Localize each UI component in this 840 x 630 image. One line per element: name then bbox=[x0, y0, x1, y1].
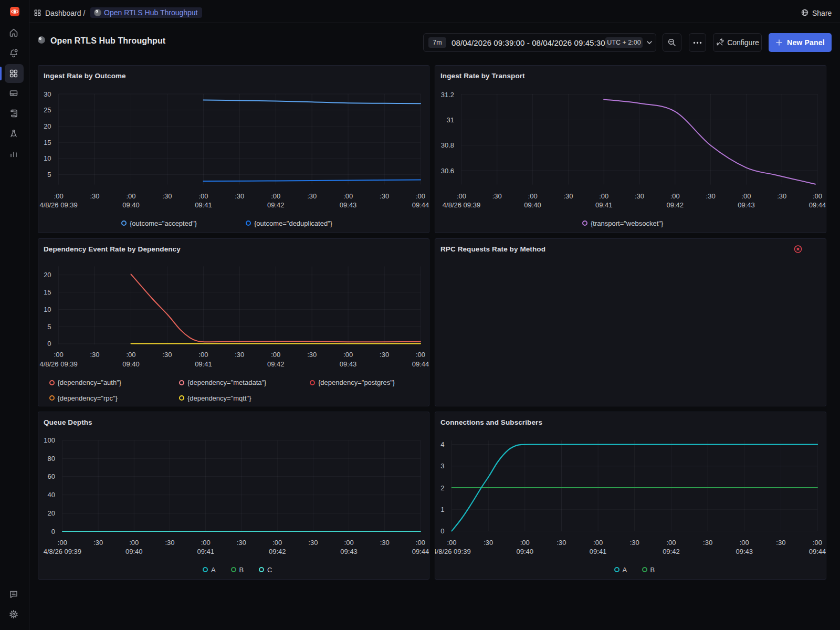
svg-text::00: :00 bbox=[740, 539, 749, 547]
svg-text:30: 30 bbox=[44, 90, 51, 98]
svg-text:09:43: 09:43 bbox=[736, 548, 753, 555]
svg-text:4: 4 bbox=[440, 440, 444, 448]
svg-text::30: :30 bbox=[162, 192, 172, 200]
svg-text::30: :30 bbox=[380, 539, 390, 547]
svg-text::30: :30 bbox=[380, 351, 389, 359]
svg-text:09:41: 09:41 bbox=[195, 360, 212, 368]
svg-text::00: :00 bbox=[54, 351, 64, 359]
svg-text::00: :00 bbox=[528, 192, 538, 200]
svg-text:80: 80 bbox=[47, 455, 55, 463]
svg-text::30: :30 bbox=[556, 539, 566, 547]
svg-text:3: 3 bbox=[440, 462, 444, 470]
svg-text:09:43: 09:43 bbox=[340, 548, 358, 555]
svg-text:30.8: 30.8 bbox=[441, 141, 454, 149]
svg-text::30: :30 bbox=[307, 192, 317, 200]
svg-text::30: :30 bbox=[308, 539, 318, 547]
svg-text::00: :00 bbox=[593, 539, 603, 547]
svg-text::00: :00 bbox=[58, 539, 67, 547]
svg-text::30: :30 bbox=[165, 539, 174, 547]
svg-text:0: 0 bbox=[47, 340, 51, 348]
svg-text:09:40: 09:40 bbox=[524, 201, 541, 209]
svg-text:4/8/26 09:39: 4/8/26 09:39 bbox=[443, 201, 480, 209]
svg-text::00: :00 bbox=[813, 539, 822, 547]
svg-text:0: 0 bbox=[440, 527, 444, 535]
svg-text::30: :30 bbox=[706, 192, 716, 200]
svg-text:09:41: 09:41 bbox=[590, 548, 607, 555]
svg-text::00: :00 bbox=[271, 351, 280, 359]
svg-text:20: 20 bbox=[44, 271, 51, 279]
svg-text:09:40: 09:40 bbox=[517, 548, 534, 555]
svg-text::00: :00 bbox=[741, 192, 751, 200]
svg-text:0: 0 bbox=[51, 528, 55, 536]
svg-text::30: :30 bbox=[90, 351, 99, 359]
svg-text:09:43: 09:43 bbox=[340, 360, 357, 368]
svg-text:25: 25 bbox=[44, 106, 51, 114]
svg-text:09:44: 09:44 bbox=[412, 548, 429, 555]
svg-text::30: :30 bbox=[93, 539, 103, 547]
svg-text:4/8/26 09:39: 4/8/26 09:39 bbox=[39, 201, 77, 209]
svg-text:09:42: 09:42 bbox=[269, 548, 286, 555]
svg-text:15: 15 bbox=[44, 139, 51, 146]
svg-text::00: :00 bbox=[457, 192, 466, 200]
svg-text::30: :30 bbox=[237, 539, 246, 547]
svg-text:09:41: 09:41 bbox=[195, 201, 212, 209]
svg-text:09:41: 09:41 bbox=[595, 201, 613, 209]
svg-text::30: :30 bbox=[380, 192, 389, 200]
svg-text::00: :00 bbox=[272, 539, 282, 547]
svg-text::00: :00 bbox=[271, 192, 280, 200]
svg-text::30: :30 bbox=[235, 351, 244, 359]
svg-text:40: 40 bbox=[47, 491, 55, 499]
svg-text:15: 15 bbox=[44, 288, 51, 296]
svg-text:09:44: 09:44 bbox=[412, 201, 429, 209]
svg-text::00: :00 bbox=[520, 539, 530, 547]
svg-text:100: 100 bbox=[44, 436, 55, 444]
svg-text:09:44: 09:44 bbox=[809, 201, 826, 209]
svg-text::30: :30 bbox=[635, 192, 644, 200]
svg-text::30: :30 bbox=[484, 539, 493, 547]
svg-text:09:42: 09:42 bbox=[667, 201, 684, 209]
svg-text:09:44: 09:44 bbox=[412, 360, 429, 368]
svg-text::00: :00 bbox=[198, 192, 208, 200]
svg-text:60: 60 bbox=[47, 472, 55, 480]
svg-text::30: :30 bbox=[776, 539, 785, 547]
svg-text:30.6: 30.6 bbox=[441, 167, 454, 175]
svg-text:09:40: 09:40 bbox=[122, 201, 140, 209]
svg-text::30: :30 bbox=[90, 192, 99, 200]
svg-text:09:42: 09:42 bbox=[267, 201, 285, 209]
svg-text::00: :00 bbox=[599, 192, 608, 200]
svg-text:1: 1 bbox=[440, 506, 444, 513]
svg-text::00: :00 bbox=[198, 351, 208, 359]
svg-text::00: :00 bbox=[201, 539, 211, 547]
svg-text::30: :30 bbox=[162, 351, 172, 359]
svg-text::00: :00 bbox=[670, 192, 680, 200]
svg-text:5: 5 bbox=[47, 171, 51, 178]
svg-text:10: 10 bbox=[44, 306, 51, 313]
svg-text:4/8/26 09:39: 4/8/26 09:39 bbox=[44, 548, 81, 555]
svg-text::30: :30 bbox=[563, 192, 573, 200]
svg-text::00: :00 bbox=[447, 539, 456, 547]
svg-text::30: :30 bbox=[307, 351, 317, 359]
svg-text:10: 10 bbox=[44, 154, 51, 162]
svg-text::30: :30 bbox=[777, 192, 786, 200]
svg-text::00: :00 bbox=[343, 351, 353, 359]
svg-text:31: 31 bbox=[447, 116, 454, 124]
svg-text:09:42: 09:42 bbox=[663, 548, 680, 555]
svg-text::30: :30 bbox=[492, 192, 502, 200]
svg-text::00: :00 bbox=[126, 351, 135, 359]
svg-text::00: :00 bbox=[666, 539, 676, 547]
svg-text:09:40: 09:40 bbox=[122, 360, 140, 368]
svg-text:09:40: 09:40 bbox=[125, 548, 143, 555]
svg-text:09:43: 09:43 bbox=[340, 201, 357, 209]
svg-text:09:44: 09:44 bbox=[809, 548, 826, 555]
svg-text::00: :00 bbox=[416, 192, 425, 200]
svg-text:5: 5 bbox=[47, 323, 51, 331]
svg-text:09:42: 09:42 bbox=[267, 360, 285, 368]
svg-text:31.2: 31.2 bbox=[441, 91, 454, 99]
svg-text::00: :00 bbox=[813, 192, 822, 200]
svg-text::00: :00 bbox=[129, 539, 139, 547]
svg-text:09:41: 09:41 bbox=[197, 548, 214, 555]
svg-text::00: :00 bbox=[126, 192, 135, 200]
svg-text::00: :00 bbox=[54, 192, 64, 200]
svg-text::30: :30 bbox=[235, 192, 244, 200]
svg-text::00: :00 bbox=[416, 539, 425, 547]
